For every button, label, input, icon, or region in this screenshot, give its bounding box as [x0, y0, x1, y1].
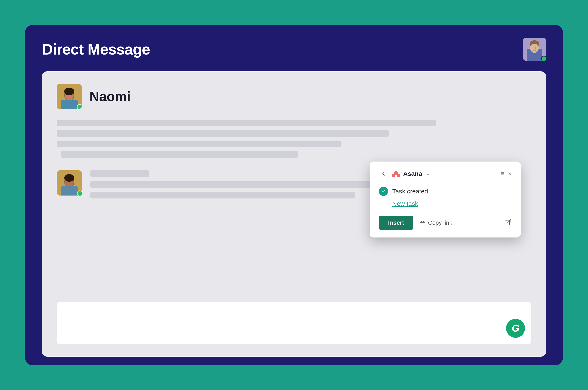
contact-online-dot	[77, 104, 82, 109]
second-avatar	[57, 170, 82, 195]
header: Direct Message	[42, 38, 546, 61]
popup-nav-right: ≡ ×	[500, 170, 512, 177]
grammarly-button[interactable]: G	[506, 319, 525, 338]
asana-popup: Asana ⌄ ≡ × Task created N	[370, 161, 521, 238]
contact-avatar	[57, 84, 82, 109]
user-avatar-container[interactable]	[523, 38, 546, 61]
message-skeleton	[57, 120, 531, 158]
message-input-area[interactable]: G	[57, 302, 531, 344]
back-button[interactable]	[379, 169, 388, 178]
asana-brand-text: Asana	[403, 170, 422, 177]
copy-link-button[interactable]: Copy link	[419, 219, 452, 226]
check-circle-icon	[379, 187, 388, 196]
svg-rect-12	[61, 100, 78, 109]
contact-header: Naomi	[57, 84, 531, 109]
content-area: Naomi	[42, 71, 546, 357]
copy-link-label: Copy link	[428, 219, 452, 226]
popup-nav-left: Asana ⌄	[379, 169, 430, 178]
skeleton-line-5	[90, 181, 399, 188]
asana-logo	[391, 170, 401, 178]
task-created-row: Task created	[379, 187, 512, 196]
svg-point-19	[394, 171, 398, 175]
svg-rect-17	[61, 186, 78, 195]
popup-header: Asana ⌄ ≡ ×	[379, 169, 512, 178]
svg-point-21	[397, 174, 400, 177]
new-task-link[interactable]: New task	[392, 200, 512, 207]
skeleton-line-2	[57, 130, 389, 137]
contact-name: Naomi	[89, 89, 131, 104]
link-icon	[419, 220, 425, 226]
insert-button[interactable]: Insert	[379, 216, 413, 230]
popup-brand: Asana ⌄	[391, 170, 430, 178]
skeleton-name	[90, 170, 149, 177]
app-window: Direct Message	[25, 25, 563, 365]
grammarly-icon: G	[512, 322, 519, 334]
svg-point-18	[64, 174, 74, 182]
svg-point-13	[64, 88, 74, 95]
chevron-down-icon[interactable]: ⌄	[426, 171, 430, 176]
external-link-icon	[504, 218, 512, 226]
task-created-label: Task created	[392, 188, 428, 195]
second-online-dot	[77, 191, 83, 196]
checkmark-svg	[381, 189, 386, 194]
popup-actions: Insert Copy link	[379, 216, 512, 230]
skeleton-line-3	[57, 141, 342, 147]
asana-logo-svg	[391, 170, 401, 178]
page-title: Direct Message	[42, 41, 150, 58]
svg-point-20	[392, 174, 395, 177]
back-icon	[381, 171, 386, 177]
external-link-button[interactable]	[504, 218, 512, 227]
skeleton-line-4	[61, 151, 298, 158]
skeleton-line-6	[90, 192, 355, 198]
online-status-dot	[541, 56, 547, 62]
skeleton-line-1	[57, 120, 436, 126]
close-button[interactable]: ×	[508, 171, 512, 177]
menu-icon[interactable]: ≡	[500, 170, 504, 177]
